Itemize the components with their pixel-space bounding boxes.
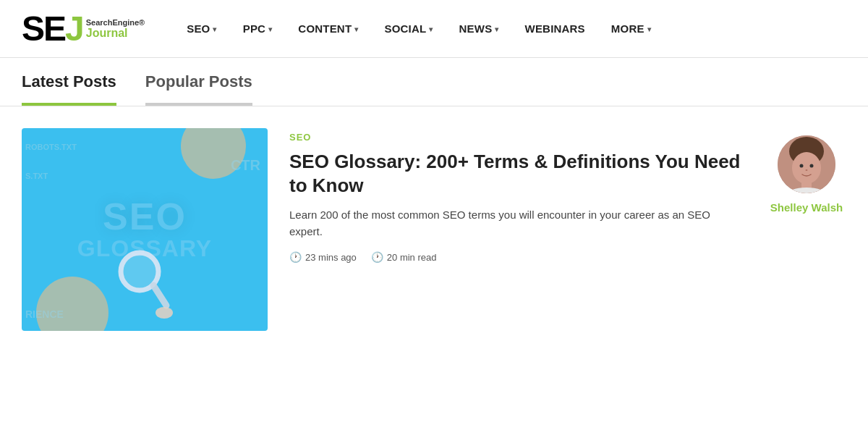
article-read-time: 🕐 20 min read [371,251,437,263]
svg-point-7 [810,164,814,168]
chevron-down-icon: ▾ [495,25,498,33]
logo-tagline: SearchEngine® Journal [86,18,145,40]
tab-popular-posts[interactable]: Popular Posts [145,72,252,106]
nav-item-more[interactable]: MORE ▾ [598,0,664,58]
nav-item-news[interactable]: NEWS ▾ [446,0,512,58]
bg-text-ctr: CTR [231,157,260,174]
bg-text-rience: RIENCE [25,308,64,320]
logo-line1: SearchEngine® [86,18,145,27]
bg-text-stxt: S.TXT [25,172,48,180]
bg-text-robots: ROBOTS.TXT [25,143,77,151]
clock-icon-2: 🕐 [371,251,383,263]
image-seo-text: SEO [103,198,187,235]
article-details: SEO SEO Glossary: 200+ Terms & Definitio… [289,128,745,263]
author-section: Shelley Walsh [767,128,846,215]
clock-icon: 🕐 [289,251,302,263]
article-meta: 🕐 23 mins ago 🕐 20 min read [289,251,745,263]
logo-letters: SEJ [22,12,83,46]
svg-point-2 [156,307,173,319]
article-time-ago: 🕐 23 mins ago [289,251,357,263]
site-header: SEJ SearchEngine® Journal SEO ▾ PPC ▾ CO… [0,0,868,58]
author-name[interactable]: Shelley Walsh [770,201,843,215]
logo-line2: Journal [86,27,145,40]
magnifier-svg [112,244,177,324]
nav-item-ppc[interactable]: PPC ▾ [230,0,286,58]
chevron-down-icon: ▾ [268,25,272,33]
article-title[interactable]: SEO Glossary: 200+ Terms & Definitions Y… [289,150,745,197]
chevron-down-icon: ▾ [429,25,433,33]
nav-item-content[interactable]: CONTENT ▾ [285,0,371,58]
logo-j: J [65,9,83,48]
svg-point-8 [806,169,808,171]
nav-item-seo[interactable]: SEO ▾ [174,0,229,58]
tabs-bar: Latest Posts Popular Posts [0,58,868,106]
chevron-down-icon: ▾ [213,25,216,33]
site-logo[interactable]: SEJ SearchEngine® Journal [22,12,145,46]
svg-point-6 [800,164,804,168]
main-nav: SEO ▾ PPC ▾ CONTENT ▾ SOCIAL ▾ NEWS ▾ WE… [174,0,664,58]
avatar[interactable] [778,135,835,193]
tab-latest-posts[interactable]: Latest Posts [22,72,116,106]
article-category[interactable]: SEO [289,132,745,143]
main-content: ROBOTS.TXT S.TXT CTR RIENCE SEO GLOSSARY… [0,106,868,353]
chevron-down-icon: ▾ [647,25,651,33]
nav-item-social[interactable]: SOCIAL ▾ [371,0,446,58]
author-avatar-svg [778,135,835,193]
article-excerpt: Learn 200 of the most common SEO terms y… [289,207,745,240]
svg-line-1 [153,285,166,306]
nav-item-webinars[interactable]: WEBINARS [512,0,598,58]
svg-point-5 [792,152,821,184]
article-thumbnail[interactable]: ROBOTS.TXT S.TXT CTR RIENCE SEO GLOSSARY [22,128,268,331]
chevron-down-icon: ▾ [354,25,358,33]
